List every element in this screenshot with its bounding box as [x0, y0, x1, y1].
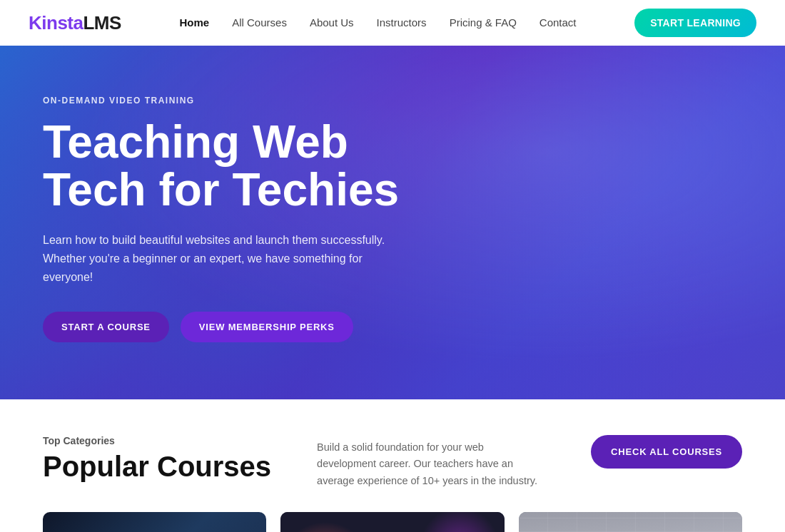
hero-title-line1: Teaching Web	[43, 116, 348, 168]
course-card-1[interactable]	[43, 512, 266, 532]
nav-item-pricing[interactable]: Pricing & FAQ	[450, 16, 517, 29]
courses-section: Top Categories Popular Courses Build a s…	[0, 399, 785, 532]
hero-subtitle: Learn how to build beautiful websites an…	[43, 231, 414, 286]
nav-item-about[interactable]: About Us	[310, 16, 354, 29]
hero-buttons: START A COURSE VIEW MEMBERSHIP PERKS	[43, 312, 414, 342]
courses-header-center: Build a solid foundation for your web de…	[317, 435, 545, 489]
course-cards	[43, 512, 742, 532]
check-all-courses-button[interactable]: CHECK ALL COURSES	[591, 435, 742, 469]
course-card-2[interactable]	[280, 512, 504, 532]
courses-header-right: CHECK ALL COURSES	[591, 435, 742, 469]
nav-item-home[interactable]: Home	[180, 16, 210, 29]
hero-title-line2: Tech for Techies	[43, 164, 399, 215]
logo[interactable]: KinstaLMS	[29, 12, 121, 34]
bokeh-overlay	[280, 512, 504, 532]
hero-section: ON-DEMAND VIDEO TRAINING Teaching Web Te…	[0, 46, 785, 399]
top-categories-label: Top Categories	[43, 435, 271, 446]
start-course-button[interactable]: START A COURSE	[43, 312, 169, 342]
design-overlay	[519, 512, 742, 532]
hero-eyebrow: ON-DEMAND VIDEO TRAINING	[43, 96, 414, 106]
nav-item-contact[interactable]: Contact	[540, 16, 577, 29]
code-overlay	[43, 512, 266, 532]
hero-content: ON-DEMAND VIDEO TRAINING Teaching Web Te…	[43, 96, 414, 342]
logo-lms: LMS	[83, 12, 121, 34]
hero-title: Teaching Web Tech for Techies	[43, 118, 414, 214]
nav-links: Home All Courses About Us Instructors Pr…	[180, 16, 577, 29]
view-membership-button[interactable]: VIEW MEMBERSHIP PERKS	[181, 312, 353, 342]
courses-header: Top Categories Popular Courses Build a s…	[43, 435, 742, 489]
navbar: KinstaLMS Home All Courses About Us Inst…	[0, 0, 785, 46]
course-card-3[interactable]	[519, 512, 742, 532]
logo-kinsta: Kinsta	[29, 12, 83, 34]
nav-item-instructors[interactable]: Instructors	[377, 16, 427, 29]
popular-courses-title: Popular Courses	[43, 451, 271, 483]
nav-item-courses[interactable]: All Courses	[232, 16, 287, 29]
courses-description: Build a solid foundation for your web de…	[317, 439, 545, 489]
start-learning-button[interactable]: START LEARNING	[634, 9, 756, 37]
design-lines	[519, 512, 742, 532]
courses-header-left: Top Categories Popular Courses	[43, 435, 271, 483]
